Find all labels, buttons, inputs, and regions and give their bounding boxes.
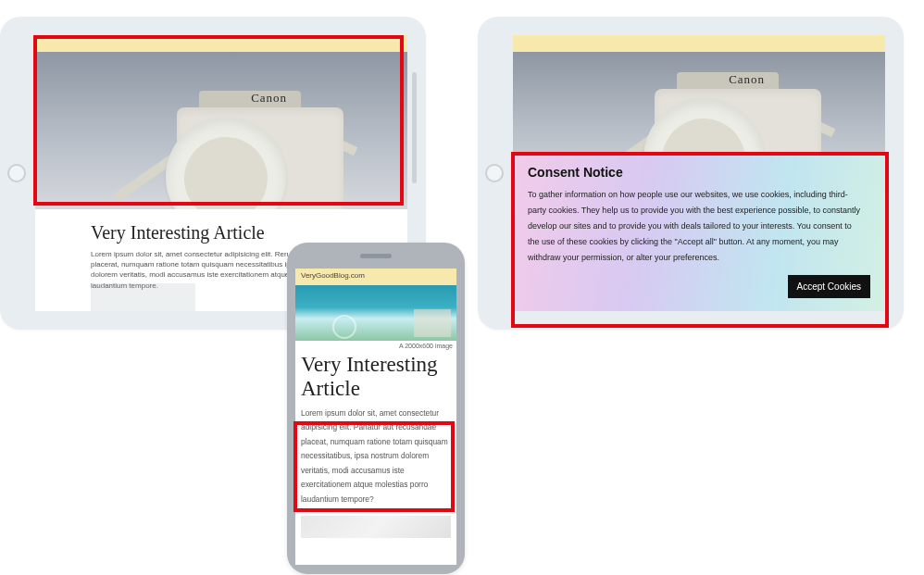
camera-brand-label: Canon [729, 72, 765, 87]
article-body: Lorem ipsum dolor sit, amet consectetur … [295, 405, 456, 513]
camera-lens-inner-icon [184, 137, 268, 209]
header-bar [35, 35, 407, 52]
scrollbar[interactable] [412, 72, 417, 183]
camera-brand-label: Canon [251, 91, 287, 106]
bicycle-icon [332, 315, 356, 339]
article-thumbnails [301, 516, 451, 538]
phone-speaker-icon [360, 254, 392, 258]
hero-image-camera: Canon [35, 52, 407, 209]
image-caption: A 2000x600 image [295, 341, 456, 351]
consent-title: Consent Notice [528, 165, 870, 180]
hero-image-beach [295, 285, 456, 341]
consent-body: To gather information on how people use … [528, 187, 870, 266]
url-text: VeryGoodBlog.com [301, 271, 365, 280]
home-button-icon [7, 164, 26, 182]
consent-notice: Consent Notice To gather information on … [513, 152, 885, 311]
phone-screen: VeryGoodBlog.com A 2000x600 image Very I… [295, 269, 456, 565]
tablet-device-right: Canon Consent Notice To gather informati… [478, 17, 904, 330]
phone-device: VeryGoodBlog.com A 2000x600 image Very I… [287, 243, 465, 574]
beach-hut-icon [414, 309, 451, 337]
tablet-right-screen: Canon Consent Notice To gather informati… [513, 35, 885, 311]
header-bar [513, 35, 885, 52]
article-title: Very Interesting Article [91, 222, 352, 244]
home-button-icon [485, 164, 504, 182]
accept-cookies-button[interactable]: Accept Cookies [788, 275, 870, 298]
article-title: Very Interesting Article [295, 351, 456, 405]
url-bar[interactable]: VeryGoodBlog.com [295, 269, 456, 285]
